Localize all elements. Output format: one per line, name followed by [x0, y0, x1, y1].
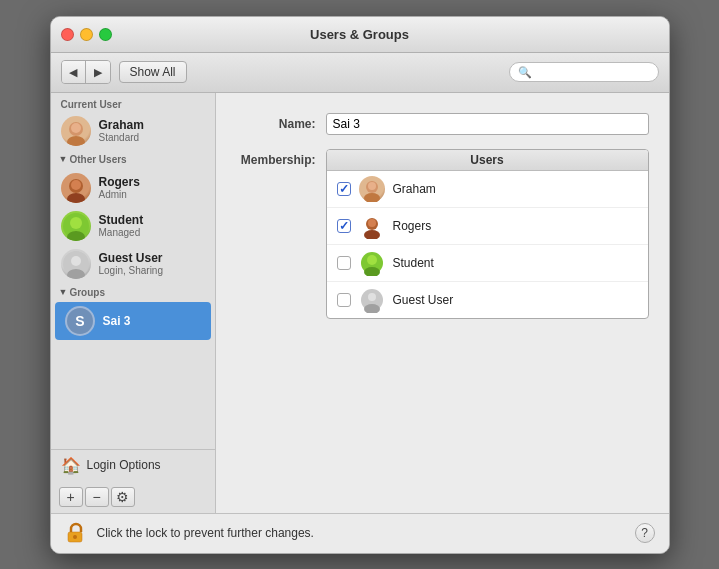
svg-point-4 [71, 180, 81, 190]
avatar-rogers [61, 173, 91, 203]
rogers-name: Rogers [99, 175, 140, 189]
svg-point-16 [364, 193, 380, 202]
user-name-guest: Guest User [393, 293, 454, 307]
groups-label: Groups [69, 287, 105, 298]
triangle-icon: ▼ [59, 154, 68, 164]
name-input[interactable] [326, 113, 649, 135]
svg-point-2 [67, 136, 85, 146]
content-area: Current User Graham Standard ▼ Other U [51, 93, 669, 513]
user-row-rogers[interactable]: ✓ Rogers [327, 208, 648, 245]
checkbox-guest[interactable] [337, 293, 351, 307]
minimize-button[interactable] [80, 28, 93, 41]
name-row: Name: [236, 113, 649, 135]
svg-point-10 [71, 256, 81, 266]
other-users-label: Other Users [69, 154, 126, 165]
groups-triangle-icon: ▼ [59, 287, 68, 297]
svg-text:S: S [75, 313, 84, 329]
svg-point-27 [73, 535, 77, 539]
forward-button[interactable]: ▶ [86, 61, 110, 83]
user-row-student[interactable]: Student [327, 245, 648, 282]
name-label: Name: [236, 117, 316, 131]
graham-name: Graham [99, 118, 144, 132]
sidebar: Current User Graham Standard ▼ Other U [51, 93, 216, 513]
user-row-guest[interactable]: Guest User [327, 282, 648, 318]
user-avatar-rogers [359, 213, 385, 239]
checkmark-graham: ✓ [339, 182, 349, 196]
membership-label: Membership: [236, 149, 316, 167]
checkmark-rogers: ✓ [339, 219, 349, 233]
checkbox-rogers[interactable]: ✓ [337, 219, 351, 233]
titlebar: Users & Groups [51, 17, 669, 53]
rogers-sub: Admin [99, 189, 140, 200]
maximize-button[interactable] [99, 28, 112, 41]
back-button[interactable]: ◀ [62, 61, 86, 83]
svg-point-5 [67, 193, 85, 203]
close-button[interactable] [61, 28, 74, 41]
login-options-item[interactable]: 🏠 Login Options [51, 450, 215, 481]
nav-buttons: ◀ ▶ [61, 60, 111, 84]
svg-point-18 [368, 219, 376, 227]
svg-point-15 [368, 182, 376, 190]
current-user-label: Current User [51, 93, 215, 112]
user-avatar-student [359, 250, 385, 276]
main-window: Users & Groups ◀ ▶ Show All 🔍 Current Us… [50, 16, 670, 554]
login-options-label: Login Options [87, 458, 161, 472]
users-table-header: Users [327, 150, 648, 171]
statusbar: Click the lock to prevent further change… [51, 513, 669, 553]
membership-row: Membership: Users ✓ [236, 149, 649, 319]
guest-name: Guest User [99, 251, 164, 265]
user-avatar-graham [359, 176, 385, 202]
sidebar-item-student[interactable]: Student Managed [51, 207, 215, 245]
graham-text: Graham Standard [99, 118, 144, 143]
checkbox-graham[interactable]: ✓ [337, 182, 351, 196]
user-name-rogers: Rogers [393, 219, 432, 233]
other-users-header: ▼ Other Users [51, 150, 215, 169]
user-name-graham: Graham [393, 182, 436, 196]
guest-sub: Login, Sharing [99, 265, 164, 276]
student-name: Student [99, 213, 144, 227]
avatar-guest [61, 249, 91, 279]
user-avatar-guest [359, 287, 385, 313]
sai3-text: Sai 3 [103, 314, 131, 328]
show-all-button[interactable]: Show All [119, 61, 187, 83]
house-icon: 🏠 [61, 456, 81, 475]
checkbox-student[interactable] [337, 256, 351, 270]
guest-text: Guest User Login, Sharing [99, 251, 164, 276]
sidebar-spacer [51, 340, 215, 449]
search-icon: 🔍 [518, 66, 532, 79]
sidebar-item-graham[interactable]: Graham Standard [51, 112, 215, 150]
sidebar-item-rogers[interactable]: Rogers Admin [51, 169, 215, 207]
sidebar-bottom: 🏠 Login Options + − ⚙ [51, 449, 215, 513]
rogers-text: Rogers Admin [99, 175, 140, 200]
sai3-name: Sai 3 [103, 314, 131, 328]
search-field[interactable]: 🔍 [509, 62, 659, 82]
lock-icon[interactable] [65, 522, 87, 544]
student-sub: Managed [99, 227, 144, 238]
groups-header: ▼ Groups [51, 283, 215, 302]
sidebar-item-sai3[interactable]: S Sai 3 [55, 302, 211, 340]
sidebar-item-guest[interactable]: Guest User Login, Sharing [51, 245, 215, 283]
sidebar-actions: + − ⚙ [51, 481, 215, 513]
add-button[interactable]: + [59, 487, 83, 507]
graham-sub: Standard [99, 132, 144, 143]
svg-point-7 [70, 217, 82, 229]
svg-point-19 [364, 230, 380, 239]
svg-point-1 [71, 123, 81, 133]
settings-button[interactable]: ⚙ [111, 487, 135, 507]
avatar-graham [61, 116, 91, 146]
help-button[interactable]: ? [635, 523, 655, 543]
student-text: Student Managed [99, 213, 144, 238]
avatar-sai: S [65, 306, 95, 336]
svg-point-24 [368, 293, 376, 301]
toolbar: ◀ ▶ Show All 🔍 [51, 53, 669, 93]
traffic-lights [61, 28, 112, 41]
svg-point-21 [367, 255, 377, 265]
status-text: Click the lock to prevent further change… [97, 526, 314, 540]
user-row-graham[interactable]: ✓ Graham [327, 171, 648, 208]
user-name-student: Student [393, 256, 434, 270]
users-table: Users ✓ Graham [326, 149, 649, 319]
main-panel: Name: Membership: Users ✓ [216, 93, 669, 513]
avatar-student [61, 211, 91, 241]
remove-button[interactable]: − [85, 487, 109, 507]
window-title: Users & Groups [310, 27, 409, 42]
